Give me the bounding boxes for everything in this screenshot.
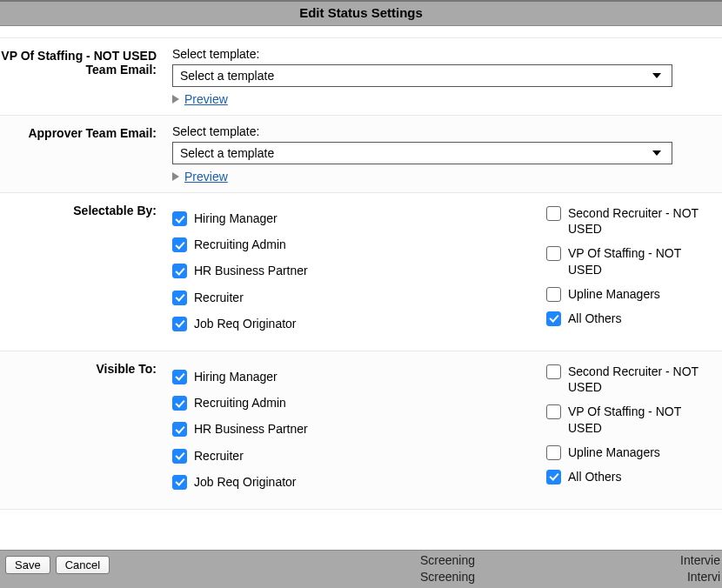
checkbox-label: VP Of Staffing - NOT USED <box>568 245 706 277</box>
selectable-by-option: Recruiter <box>172 290 546 305</box>
checkbox-label: Recruiting Admin <box>194 237 286 252</box>
checkbox-label: Recruiter <box>194 290 244 305</box>
checkbox-label: Recruiter <box>194 448 244 464</box>
row-vp-staffing-team-email: VP Of Staffing - NOT USED Team Email: Se… <box>0 38 722 116</box>
template-select[interactable]: Select a template <box>172 64 672 87</box>
visible-to-option: Job Req Originator <box>172 474 546 490</box>
background-text: Screening <box>420 570 475 584</box>
expand-icon[interactable] <box>172 172 179 181</box>
visible-to-option: Recruiting Admin <box>172 395 546 411</box>
checkbox-label: VP Of Staffing - NOT USED <box>568 404 706 435</box>
checkbox-label: Hiring Manager <box>194 369 277 384</box>
chevron-down-icon <box>652 150 661 156</box>
spacer-row <box>0 26 722 38</box>
checkbox-label: Job Req Originator <box>194 316 297 331</box>
checkbox-label: HR Business Partner <box>194 263 308 278</box>
row-label: VP Of Staffing - NOT USED Team Email: <box>0 47 165 106</box>
checkbox[interactable] <box>546 246 561 261</box>
row-label: Selectable By: <box>0 202 165 342</box>
checkbox[interactable] <box>546 311 561 326</box>
select-template-label: Select template: <box>172 47 706 61</box>
selectable-by-option: Recruiting Admin <box>172 237 546 252</box>
checkbox-label: Second Recruiter - NOT USED <box>568 205 706 237</box>
checkbox[interactable] <box>172 211 187 226</box>
visible-to-option: Recruiter <box>172 448 546 464</box>
background-text: Intervi <box>687 570 720 584</box>
background-text: Screening <box>420 553 475 567</box>
footer-bar: Save Cancel Screening Intervie Screening… <box>0 550 722 588</box>
checkbox[interactable] <box>172 291 187 305</box>
template-select-value: Select a template <box>180 146 274 160</box>
select-template-label: Select template: <box>172 124 706 138</box>
selectable-by-option: Hiring Manager <box>172 210 546 226</box>
checkbox-label: Job Req Originator <box>194 474 297 490</box>
visible-to-option: Hiring Manager <box>172 369 546 384</box>
checkbox[interactable] <box>172 317 187 331</box>
row-approver-team-email: Approver Team Email: Select template: Se… <box>0 116 722 193</box>
checkbox[interactable] <box>172 449 187 464</box>
checkbox-label: Hiring Manager <box>194 210 277 226</box>
row-label: Approver Team Email: <box>0 124 165 184</box>
selectable-by-option: HR Business Partner <box>172 263 546 278</box>
visible-to-option: Upline Managers <box>546 444 706 460</box>
preview-link[interactable]: Preview <box>184 92 228 106</box>
page-title: Edit Status Settings <box>0 0 722 26</box>
checkbox-label: Upline Managers <box>568 286 660 302</box>
visible-to-option: HR Business Partner <box>172 421 546 437</box>
checkbox[interactable] <box>172 237 187 252</box>
row-label: Visible To: <box>0 360 165 500</box>
visible-to-option: VP Of Staffing - NOT USED <box>546 404 706 435</box>
checkbox[interactable] <box>546 206 561 221</box>
checkbox[interactable] <box>172 396 187 411</box>
preview-link[interactable]: Preview <box>184 170 228 184</box>
selectable-by-option: VP Of Staffing - NOT USED <box>546 245 706 277</box>
selectable-by-option: All Others <box>546 311 706 326</box>
expand-icon[interactable] <box>172 95 179 104</box>
visible-to-option: Second Recruiter - NOT USED <box>546 364 706 395</box>
checkbox-label: Upline Managers <box>568 444 660 460</box>
checkbox[interactable] <box>172 475 187 490</box>
checkbox[interactable] <box>546 404 561 419</box>
save-button[interactable]: Save <box>5 556 50 574</box>
checkbox-label: Recruiting Admin <box>194 395 286 411</box>
row-visible-to: Visible To: Hiring ManagerRecruiting Adm… <box>0 351 722 510</box>
checkbox-label: All Others <box>568 469 621 484</box>
template-select[interactable]: Select a template <box>172 142 672 164</box>
checkbox[interactable] <box>172 370 187 384</box>
checkbox-label: HR Business Partner <box>194 421 308 437</box>
checkbox[interactable] <box>172 264 187 278</box>
selectable-by-option: Upline Managers <box>546 286 706 302</box>
checkbox[interactable] <box>172 422 187 437</box>
checkbox[interactable] <box>546 470 561 484</box>
row-selectable-by: Selectable By: Hiring ManagerRecruiting … <box>0 193 722 351</box>
checkbox-label: Second Recruiter - NOT USED <box>568 364 706 395</box>
selectable-by-option: Second Recruiter - NOT USED <box>546 205 706 237</box>
checkbox-label: All Others <box>568 311 621 326</box>
checkbox[interactable] <box>546 364 561 379</box>
template-select-value: Select a template <box>180 69 274 83</box>
background-text: Intervie <box>680 553 720 567</box>
selectable-by-option: Job Req Originator <box>172 316 546 331</box>
checkbox[interactable] <box>546 287 561 302</box>
chevron-down-icon <box>652 73 661 78</box>
cancel-button[interactable]: Cancel <box>56 556 110 574</box>
checkbox[interactable] <box>546 445 561 460</box>
visible-to-option: All Others <box>546 469 706 484</box>
